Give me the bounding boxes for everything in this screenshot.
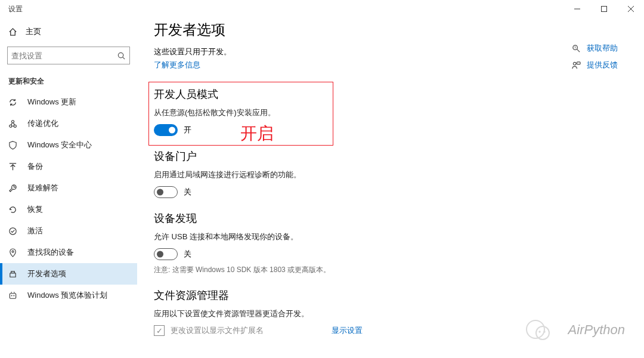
device-discovery-section: 设备发现 允许 USB 连接和本地网络发现你的设备。 关 注意: 这需要 Win…	[154, 211, 632, 275]
search-box[interactable]	[7, 47, 130, 64]
recovery-icon	[8, 205, 18, 214]
sidebar: 主页 更新和安全 Windows 更新 传递优化 Windows 安全中心 备份…	[0, 18, 137, 358]
device-discovery-toggle[interactable]	[154, 248, 178, 260]
search-input[interactable]	[11, 51, 113, 60]
svg-point-13	[13, 295, 14, 296]
file-explorer-desc: 应用以下设置使文件资源管理器更适合开发。	[154, 308, 632, 319]
sidebar-item-windows-security[interactable]: Windows 安全中心	[0, 134, 137, 156]
device-portal-desc: 启用通过局域网连接进行远程诊断的功能。	[154, 169, 632, 180]
device-portal-section: 设备门户 启用通过局域网连接进行远程诊断的功能。 关	[154, 149, 632, 198]
sidebar-item-find-my-device[interactable]: 查找我的设备	[0, 242, 137, 263]
svg-point-7	[10, 125, 12, 127]
svg-point-4	[118, 53, 123, 57]
sidebar-item-activation[interactable]: 激活	[0, 220, 137, 242]
sidebar-item-label: 传递优化	[27, 118, 58, 129]
location-icon	[8, 248, 18, 257]
developer-mode-section: 开发人员模式 从任意源(包括松散文件)安装应用。 开	[154, 87, 632, 136]
svg-line-5	[123, 57, 125, 58]
title-bar: 设置	[0, 0, 644, 18]
developer-mode-heading: 开发人员模式	[154, 87, 632, 101]
device-discovery-note: 注意: 这需要 Windows 10 SDK 版本 1803 或更高版本。	[154, 265, 632, 275]
sidebar-item-developer[interactable]: 开发者选项	[0, 263, 137, 285]
close-button[interactable]	[617, 0, 644, 18]
check-circle-icon	[8, 227, 18, 236]
sidebar-item-label: 备份	[27, 161, 43, 172]
file-explorer-item-label: 更改设置以显示文件扩展名	[171, 325, 332, 336]
developer-mode-desc: 从任意源(包括松散文件)安装应用。	[154, 107, 632, 118]
maximize-button[interactable]	[590, 0, 617, 18]
delivery-icon	[8, 119, 18, 128]
sidebar-item-recovery[interactable]: 恢复	[0, 199, 137, 220]
svg-point-12	[11, 295, 13, 296]
sidebar-item-label: Windows 预览体验计划	[27, 290, 107, 301]
device-discovery-heading: 设备发现	[154, 211, 632, 226]
sidebar-item-delivery-optimization[interactable]: 传递优化	[0, 113, 137, 134]
backup-icon	[8, 162, 18, 171]
file-explorer-section: 文件资源管理器 应用以下设置使文件资源管理器更适合开发。 ✓ 更改设置以显示文件…	[154, 288, 632, 336]
svg-point-10	[12, 251, 14, 252]
window-title: 设置	[8, 4, 23, 14]
sidebar-item-label: 查找我的设备	[27, 247, 74, 258]
category-heading: 更新和安全	[0, 68, 137, 91]
developer-icon	[8, 270, 18, 279]
sync-icon	[8, 98, 18, 107]
device-discovery-state: 关	[184, 249, 191, 260]
page-subtitle: 这些设置只用于开发。	[154, 47, 632, 57]
device-portal-state: 关	[184, 187, 191, 197]
sidebar-item-troubleshoot[interactable]: 疑难解答	[0, 177, 137, 199]
svg-point-9	[10, 227, 16, 234]
device-discovery-desc: 允许 USB 连接和本地网络发现你的设备。	[154, 232, 632, 242]
svg-point-6	[11, 120, 14, 122]
svg-point-8	[14, 125, 16, 127]
sidebar-item-insider[interactable]: Windows 预览体验计划	[0, 285, 137, 306]
search-icon	[117, 51, 126, 60]
svg-rect-1	[601, 7, 606, 12]
device-portal-toggle[interactable]	[154, 186, 178, 198]
sidebar-item-label: Windows 安全中心	[27, 140, 92, 150]
insider-icon	[8, 291, 18, 300]
window-controls	[564, 0, 644, 18]
svg-rect-11	[10, 293, 16, 298]
show-settings-link[interactable]: 显示设置	[332, 325, 363, 336]
minimize-button[interactable]	[564, 0, 590, 18]
page-title: 开发者选项	[154, 20, 632, 39]
sidebar-item-label: 疑难解答	[27, 183, 58, 193]
file-explorer-item: ✓ 更改设置以显示文件扩展名 显示设置	[154, 325, 632, 336]
home-icon	[8, 27, 17, 36]
checkbox-icon[interactable]: ✓	[154, 325, 165, 336]
sidebar-item-label: 开发者选项	[27, 268, 66, 279]
home-label: 主页	[26, 26, 41, 37]
sidebar-item-label: Windows 更新	[27, 97, 76, 107]
home-link[interactable]: 主页	[0, 20, 137, 43]
developer-mode-toggle[interactable]	[154, 124, 178, 136]
sidebar-item-label: 恢复	[27, 204, 43, 215]
developer-mode-state: 开	[184, 125, 191, 135]
sidebar-item-windows-update[interactable]: Windows 更新	[0, 91, 137, 113]
main-content: 开发者选项 这些设置只用于开发。 了解更多信息 开发人员模式 从任意源(包括松散…	[154, 20, 644, 358]
sidebar-item-backup[interactable]: 备份	[0, 156, 137, 177]
wrench-icon	[8, 184, 18, 193]
learn-more-link[interactable]: 了解更多信息	[154, 60, 632, 70]
device-portal-heading: 设备门户	[154, 149, 632, 163]
shield-icon	[8, 141, 18, 150]
sidebar-item-label: 激活	[27, 226, 43, 236]
file-explorer-heading: 文件资源管理器	[154, 288, 632, 303]
